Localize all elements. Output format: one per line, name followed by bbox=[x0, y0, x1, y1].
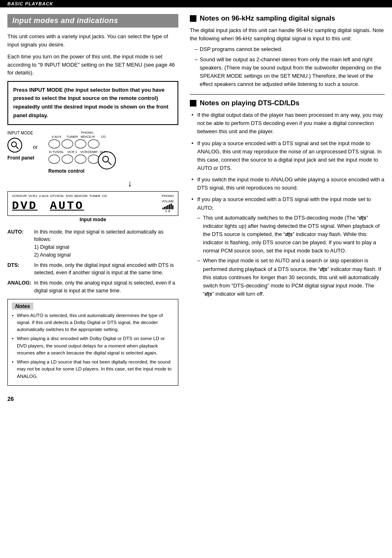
page-number: 26 bbox=[0, 392, 392, 405]
magnify-icon-large bbox=[101, 155, 113, 166]
section1-block: Notes on 96-kHz sampling digital signals… bbox=[190, 14, 385, 88]
mode-auto: AUTO: In this mode, the input signal is … bbox=[7, 228, 178, 259]
section-title-banner: Input modes and indications bbox=[7, 14, 178, 28]
notes-box: Notes When AUTO is selected, this unit a… bbox=[7, 299, 178, 386]
volume-b-label: B bbox=[168, 210, 171, 213]
section1-heading-text: Notes on 96-kHz sampling digital signals bbox=[200, 14, 335, 23]
svg-point-0 bbox=[12, 142, 16, 147]
input-mode-label: INPUT MODE bbox=[7, 131, 33, 135]
top-bar: BASIC PLAYBACK bbox=[0, 0, 392, 7]
dts-logo-3: dts bbox=[320, 266, 327, 272]
remote-btn-vcr1[interactable] bbox=[62, 155, 73, 164]
magnify-icon bbox=[10, 141, 19, 150]
mode-auto-term: AUTO: bbox=[7, 228, 34, 259]
sub-dash-list: This unit automatically switches to the … bbox=[197, 214, 385, 298]
display-dvd-text: DVD bbox=[12, 199, 37, 212]
remote-search-icon bbox=[98, 151, 116, 169]
disp-label-phono: PHONO bbox=[162, 194, 174, 198]
remote-group: PHONO V-AUX TUNER MD/CD-R CD bbox=[48, 131, 178, 174]
disp-label-cd: CD bbox=[102, 194, 107, 198]
mode-dts-desc: In this mode, only the digital input sig… bbox=[34, 262, 178, 277]
remote-col-label-dtv: D.TV/DSL bbox=[49, 150, 64, 154]
disp-label-vcr1: VCR1 bbox=[28, 194, 37, 198]
notes-list: When AUTO is selected, this unit automat… bbox=[12, 312, 174, 380]
disp-label-dtvdsl: DTV/DSL bbox=[50, 194, 64, 198]
volume-indicator: VOLUME S bbox=[161, 200, 174, 213]
top-bar-label: BASIC PLAYBACK bbox=[7, 1, 53, 6]
section2-bullet-list: If the digital output data of the player… bbox=[190, 111, 385, 298]
sub-dash-2: When the input mode is set to AUTO and a… bbox=[197, 257, 385, 298]
section-title-text: Input modes and indications bbox=[12, 16, 118, 25]
remote-btn-tuner[interactable] bbox=[62, 139, 73, 148]
display-panel: VCR/DVR VCR1 V-AUX DTV/DSL DVD MD/CDR TU… bbox=[7, 191, 178, 216]
front-panel-label: Front panel bbox=[7, 155, 34, 161]
remote-btn-dtv[interactable] bbox=[48, 155, 60, 164]
section2-block: Notes on playing DTS-CD/LDs If the digit… bbox=[190, 99, 385, 298]
mode-analog-term: ANALOG: bbox=[7, 279, 34, 295]
remote-control-label: Remote control bbox=[48, 168, 85, 174]
remote-col-label-vcr1: VCR 1 bbox=[65, 150, 80, 154]
mode-auto-desc: In this mode, the input signal is select… bbox=[34, 228, 178, 259]
phono-label: PHONO bbox=[81, 131, 93, 134]
mode-dts: DTS: In this mode, only the digital inpu… bbox=[7, 262, 178, 277]
dts-logo-1: dts bbox=[359, 215, 366, 221]
disp-label-tuner: TUNER bbox=[89, 194, 101, 198]
svg-line-1 bbox=[16, 146, 18, 149]
instruction-box: Press INPUT MODE (the input selector but… bbox=[7, 81, 178, 125]
notes-title: Notes bbox=[12, 303, 33, 310]
content-area: Input modes and indications This unit co… bbox=[0, 7, 392, 392]
section2-bullet-2: If you play a source encoded with a DTS … bbox=[191, 139, 385, 173]
section1-dash-list: DSP programs cannot be selected. Sound w… bbox=[190, 45, 385, 88]
input-mode-display-label: Input mode bbox=[7, 217, 178, 222]
svg-point-2 bbox=[103, 156, 108, 162]
section1-square-icon bbox=[190, 15, 196, 22]
notes-item-3: When playing a LD source that has not be… bbox=[12, 359, 174, 380]
disp-label-vaux: V-AUX bbox=[39, 194, 48, 198]
mode-analog: ANALOG: In this mode, only the analog in… bbox=[7, 279, 178, 295]
display-auto-text: AUTO bbox=[50, 199, 84, 212]
section1-dash-2: Sound will be output as 2-channel stereo… bbox=[195, 56, 385, 89]
remote-btn-vaux[interactable] bbox=[48, 139, 60, 148]
divider bbox=[190, 94, 385, 95]
right-column: Notes on 96-kHz sampling digital signals… bbox=[188, 14, 385, 386]
sub-dash-2-suffix: ” indicator will turn off. bbox=[212, 291, 264, 297]
intro-paragraph-2: Each time you turn on the power of this … bbox=[7, 53, 178, 77]
disp-label-vcrdvr: VCR/DVR bbox=[12, 194, 27, 198]
remote-col-label-vaux: V-AUX bbox=[49, 135, 64, 139]
svg-line-3 bbox=[108, 162, 111, 165]
sub-dash-1-prefix: This unit automatically switches to the … bbox=[203, 215, 359, 221]
mode-analog-desc: In this mode, only the analog input sign… bbox=[34, 279, 178, 295]
disp-label-mdcdr: MD/CDR bbox=[74, 194, 88, 198]
section2-square-icon bbox=[190, 100, 196, 107]
front-panel-icon bbox=[7, 138, 22, 153]
section1-heading: Notes on 96-kHz sampling digital signals bbox=[190, 14, 385, 23]
volume-s-label: S bbox=[165, 210, 167, 213]
front-panel-group: INPUT MODE or Front panel bbox=[7, 131, 44, 161]
section2-heading-text: Notes on playing DTS-CD/LDs bbox=[200, 99, 300, 108]
mode-dts-term: DTS: bbox=[7, 262, 34, 277]
remote-col-label-tuner: TUNER bbox=[65, 135, 80, 139]
page: BASIC PLAYBACK Input modes and indicatio… bbox=[0, 0, 392, 558]
section2-bullet-3: If you switch the input mode to ANALOG w… bbox=[191, 176, 385, 192]
section2-bullet-4: If you play a source encoded with a DTS … bbox=[191, 195, 385, 298]
sub-dash-1: This unit automatically switches to the … bbox=[197, 214, 385, 255]
remote-btn-cd[interactable] bbox=[88, 139, 99, 148]
remote-col-label-mdcdr: MD/CD-R bbox=[81, 135, 95, 139]
intro-paragraph-1: This unit comes with a variety input jac… bbox=[7, 32, 178, 49]
diagram-area: INPUT MODE or Front panel bbox=[7, 131, 178, 222]
section2-heading: Notes on playing DTS-CD/LDs bbox=[190, 99, 385, 108]
volume-label: VOLUME bbox=[161, 200, 174, 203]
front-remote-container: INPUT MODE or Front panel bbox=[7, 131, 178, 174]
or-label: or bbox=[33, 144, 38, 150]
section2-bullet-4-text: If you play a source encoded with a DTS … bbox=[197, 196, 371, 211]
arrow-down-icon: ↓ bbox=[81, 178, 178, 189]
remote-btn-mdcdr[interactable] bbox=[75, 139, 86, 148]
section1-intro: The digital input jacks of this unit can… bbox=[190, 26, 385, 43]
dts-logo-2: dts bbox=[285, 232, 293, 237]
disp-label-dvd: DVD bbox=[66, 194, 73, 198]
remote-btn-vcr2dmr[interactable] bbox=[75, 155, 86, 164]
remote-col-label-cd: CD bbox=[96, 135, 111, 139]
notes-item-2: When playing a disc encoded with Dolby D… bbox=[12, 335, 174, 357]
mode-list: AUTO: In this mode, the input signal is … bbox=[7, 228, 178, 295]
remote-col-label-vcr2dmr: VCR2/DMR bbox=[81, 150, 95, 154]
